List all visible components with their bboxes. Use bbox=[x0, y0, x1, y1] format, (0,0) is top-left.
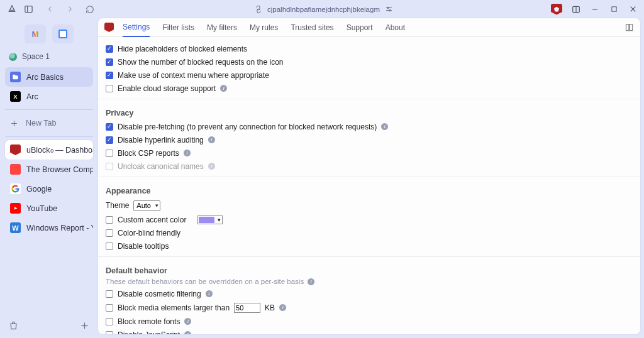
sidebar-item-label: Google bbox=[26, 185, 52, 194]
checkbox-disable-js[interactable] bbox=[106, 331, 113, 335]
svg-marker-16 bbox=[14, 207, 18, 210]
label-show-number: Show the number of blocked requests on t… bbox=[118, 58, 284, 67]
subtext-default: These default behaviors can be overridde… bbox=[106, 278, 304, 285]
checkbox-custom-accent[interactable] bbox=[106, 216, 113, 224]
ublock-logo-icon bbox=[104, 23, 114, 32]
site-settings-icon[interactable] bbox=[385, 5, 393, 13]
archive-icon[interactable] bbox=[9, 321, 18, 330]
label-block-media-b: KB bbox=[265, 303, 275, 312]
tab-settings[interactable]: Settings bbox=[123, 18, 150, 37]
tab-support[interactable]: Support bbox=[347, 19, 373, 36]
browser-company-icon bbox=[10, 164, 21, 175]
x-icon: X bbox=[10, 91, 21, 102]
sidebar-item-windows-report[interactable]: W Windows Report - Y… bbox=[5, 218, 93, 237]
label-context-menu: Make use of context menu where appropria… bbox=[118, 71, 269, 80]
checkbox-block-remote-fonts[interactable] bbox=[106, 318, 113, 325]
sidebar-item-label: YouTube bbox=[26, 204, 57, 213]
checkbox-disable-prefetch[interactable] bbox=[106, 123, 113, 131]
link-icon bbox=[253, 4, 264, 14]
space-selector[interactable]: Space 1 bbox=[5, 50, 93, 67]
ublock-ext-icon[interactable] bbox=[551, 4, 562, 15]
new-tab-label: New Tab bbox=[26, 119, 56, 128]
profile-tile-calendar[interactable] bbox=[52, 25, 74, 43]
checkbox-disable-cosmetic[interactable] bbox=[106, 290, 113, 298]
youtube-icon bbox=[10, 203, 21, 214]
sidebar-item-ublock[interactable]: uBlock₀ — Dashboard bbox=[5, 140, 93, 160]
tab-about[interactable]: About bbox=[386, 19, 405, 36]
info-icon[interactable] bbox=[184, 318, 191, 325]
tab-filter-lists[interactable]: Filter lists bbox=[162, 19, 194, 36]
checkbox-disable-hyperlink[interactable] bbox=[106, 136, 113, 144]
info-icon[interactable] bbox=[220, 85, 227, 92]
info-icon[interactable] bbox=[381, 123, 388, 130]
calendar-icon bbox=[58, 30, 67, 38]
tab-my-filters[interactable]: My filters bbox=[207, 19, 237, 36]
titlebar: cjpalhdlnbpafiamejdnhcphjbkeiagm bbox=[0, 0, 644, 18]
globe-icon bbox=[9, 53, 17, 61]
url-bar[interactable]: cjpalhdlnbpafiamejdnhcphjbkeiagm bbox=[97, 5, 551, 13]
svg-rect-13 bbox=[13, 75, 15, 77]
input-block-media-size[interactable] bbox=[234, 303, 260, 313]
svg-rect-0 bbox=[25, 6, 31, 13]
label-theme: Theme bbox=[106, 201, 129, 210]
profile-tile-gmail[interactable]: M bbox=[25, 25, 46, 43]
section-default-behavior: Default behavior bbox=[106, 261, 633, 278]
info-icon[interactable] bbox=[184, 150, 191, 156]
windows-report-icon: W bbox=[10, 222, 21, 233]
add-icon[interactable] bbox=[80, 321, 89, 330]
info-icon[interactable] bbox=[308, 278, 314, 285]
checkbox-show-number[interactable] bbox=[106, 58, 113, 66]
sidebar-item-label: Arc bbox=[26, 92, 38, 101]
sidebar-item-browser-company[interactable]: The Browser Compa… bbox=[5, 160, 93, 179]
folder-icon bbox=[10, 72, 21, 82]
label-custom-accent: Custom accent color bbox=[118, 215, 186, 224]
select-theme[interactable]: Auto bbox=[133, 200, 160, 211]
sidebar-item-youtube[interactable]: YouTube bbox=[5, 199, 93, 218]
info-icon[interactable] bbox=[206, 290, 213, 297]
nav-back-button[interactable] bbox=[43, 3, 57, 16]
info-icon[interactable] bbox=[279, 304, 286, 311]
checkbox-context-menu[interactable] bbox=[106, 72, 113, 79]
svg-rect-9 bbox=[611, 7, 616, 11]
window-close-button[interactable] bbox=[628, 4, 638, 14]
sidebar-toggle-icon[interactable] bbox=[23, 4, 34, 15]
checkbox-color-blind[interactable] bbox=[106, 229, 113, 237]
nav-reload-button[interactable] bbox=[83, 3, 97, 16]
info-icon[interactable] bbox=[208, 136, 215, 143]
gmail-icon: M bbox=[32, 30, 39, 39]
info-icon[interactable] bbox=[184, 331, 191, 334]
new-tab-button[interactable]: New Tab bbox=[5, 113, 93, 133]
window-maximize-button[interactable] bbox=[609, 4, 619, 14]
split-icon[interactable] bbox=[571, 4, 581, 14]
tab-trusted-sites[interactable]: Trusted sites bbox=[291, 19, 333, 36]
content-pane: Settings Filter lists My filters My rule… bbox=[98, 18, 640, 334]
info-icon[interactable] bbox=[208, 163, 215, 170]
label-uncloak: Uncloak canonical names bbox=[118, 162, 204, 171]
book-icon[interactable] bbox=[625, 23, 634, 32]
sidebar: M Space 1 Arc Basics X Arc New Tab uBloc… bbox=[0, 18, 98, 338]
sidebar-item-arc[interactable]: X Arc bbox=[5, 87, 93, 106]
space-label: Space 1 bbox=[22, 52, 50, 61]
color-picker[interactable] bbox=[197, 215, 223, 224]
checkbox-uncloak bbox=[106, 163, 113, 170]
svg-point-5 bbox=[389, 10, 391, 11]
checkbox-cloud-storage[interactable] bbox=[106, 85, 113, 92]
checkbox-block-csp[interactable] bbox=[106, 150, 113, 157]
ublock-icon bbox=[10, 144, 21, 155]
tab-my-rules[interactable]: My rules bbox=[250, 19, 278, 36]
sidebar-item-arc-basics[interactable]: Arc Basics bbox=[5, 67, 93, 87]
label-hide-placeholders: Hide placeholders of blocked elements bbox=[118, 45, 247, 53]
sidebar-item-google[interactable]: Google bbox=[5, 179, 93, 199]
checkbox-hide-placeholders[interactable] bbox=[106, 45, 113, 53]
arc-logo-icon bbox=[6, 4, 18, 15]
checkbox-block-media[interactable] bbox=[106, 304, 113, 312]
window-minimize-button[interactable] bbox=[590, 4, 600, 14]
settings-panel: Hide placeholders of blocked elements Sh… bbox=[98, 37, 640, 334]
section-appearance: Appearance bbox=[106, 181, 633, 198]
url-text: cjpalhdlnbpafiamejdnhcphjbkeiagm bbox=[267, 6, 380, 13]
nav-forward-button[interactable] bbox=[63, 3, 77, 16]
checkbox-disable-tooltips[interactable] bbox=[106, 243, 113, 250]
label-disable-js: Disable JavaScript bbox=[118, 330, 180, 335]
section-privacy: Privacy bbox=[106, 103, 633, 120]
label-block-media-a: Block media elements larger than bbox=[118, 303, 230, 312]
